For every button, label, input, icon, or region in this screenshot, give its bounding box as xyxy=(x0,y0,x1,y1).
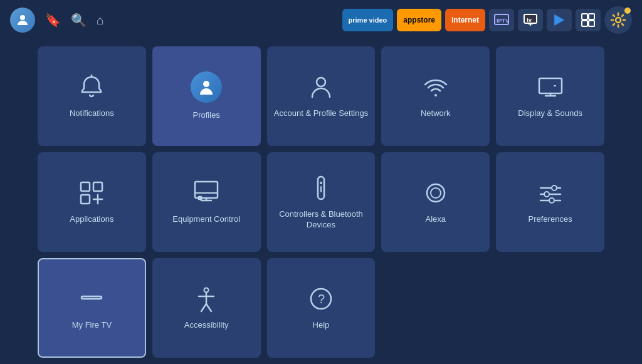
controllers-bluetooth-label: Controllers & Bluetooth Devices xyxy=(273,209,369,231)
svg-point-42 xyxy=(544,192,549,197)
bookmark-icon[interactable]: 🔖 xyxy=(45,13,61,28)
equipment-control-label: Equipment Control xyxy=(172,214,240,225)
home-icon[interactable]: ⌂ xyxy=(97,13,104,28)
remote-icon xyxy=(307,174,335,202)
network-item[interactable]: Network xyxy=(381,46,490,146)
internet-btn[interactable]: internet xyxy=(445,9,485,31)
help-icon: ? xyxy=(307,285,335,313)
svg-rect-24 xyxy=(81,195,90,204)
display-sounds-item[interactable]: Display & Sounds xyxy=(496,46,604,146)
svg-rect-27 xyxy=(195,182,218,198)
svg-text:?: ? xyxy=(318,292,325,306)
svg-rect-12 xyxy=(589,21,594,26)
profile-avatar-icon xyxy=(191,71,222,103)
settings-grid: Notifications Profiles Account & Profile… xyxy=(0,40,642,364)
alexa-icon xyxy=(422,179,450,207)
tv-btn[interactable]: tv xyxy=(518,9,543,31)
svg-rect-11 xyxy=(582,21,587,26)
settings-notification-dot xyxy=(624,8,631,14)
svg-point-34 xyxy=(320,182,322,184)
svg-point-15 xyxy=(203,81,209,87)
apps-icon xyxy=(78,179,105,207)
search-icon[interactable]: 🔍 xyxy=(71,13,87,28)
svg-point-36 xyxy=(427,184,445,202)
my-fire-tv-item[interactable]: My Fire TV xyxy=(38,258,146,358)
settings-btn[interactable] xyxy=(604,6,632,34)
svg-point-16 xyxy=(317,78,325,86)
svg-rect-18 xyxy=(539,78,562,93)
svg-line-48 xyxy=(201,304,206,311)
svg-marker-7 xyxy=(554,14,564,26)
svg-line-49 xyxy=(206,304,211,311)
bell-icon xyxy=(78,73,105,101)
play-app-btn[interactable] xyxy=(547,9,572,31)
applications-label: Applications xyxy=(70,214,113,225)
controllers-bluetooth-item[interactable]: Controllers & Bluetooth Devices xyxy=(267,152,376,252)
svg-rect-44 xyxy=(82,296,102,299)
help-label: Help xyxy=(313,320,330,331)
top-bar-left: 🔖 🔍 ⌂ xyxy=(10,8,104,33)
app-shortcuts: prime video appstore internet IPTV tv xyxy=(342,6,632,34)
person-icon xyxy=(307,73,335,101)
svg-rect-10 xyxy=(589,14,594,19)
display-sounds-label: Display & Sounds xyxy=(518,108,582,119)
svg-point-0 xyxy=(20,15,25,20)
help-item[interactable]: ? Help xyxy=(267,258,376,358)
svg-rect-22 xyxy=(81,182,90,191)
svg-point-41 xyxy=(552,185,557,190)
preferences-item[interactable]: Preferences xyxy=(496,152,604,252)
avatar[interactable] xyxy=(10,8,35,33)
svg-point-37 xyxy=(431,188,441,198)
wifi-icon xyxy=(422,73,450,101)
empty-cell-2 xyxy=(496,258,604,358)
applications-item[interactable]: Applications xyxy=(38,152,146,252)
account-profile-settings-item[interactable]: Account & Profile Settings xyxy=(267,46,376,146)
sliders-icon xyxy=(537,179,564,207)
profiles-label: Profiles xyxy=(193,110,220,121)
accessibility-item[interactable]: Accessibility xyxy=(152,258,261,358)
display-icon xyxy=(537,73,564,101)
prime-video-btn[interactable]: prime video xyxy=(342,9,394,31)
accessibility-icon xyxy=(192,285,220,313)
svg-text:IPTV: IPTV xyxy=(497,18,509,24)
svg-rect-9 xyxy=(582,14,587,19)
firetv-icon xyxy=(78,285,105,313)
profiles-item[interactable]: Profiles xyxy=(152,46,261,146)
svg-rect-23 xyxy=(93,182,102,191)
empty-cell-1 xyxy=(381,258,490,358)
notifications-item[interactable]: Notifications xyxy=(38,46,146,146)
notifications-label: Notifications xyxy=(70,108,114,119)
svg-point-43 xyxy=(549,198,554,203)
svg-text:tv: tv xyxy=(527,17,532,23)
svg-point-45 xyxy=(204,288,209,293)
alexa-label: Alexa xyxy=(426,214,446,225)
appstore-btn[interactable]: appstore xyxy=(397,9,441,31)
account-profile-settings-label: Account & Profile Settings xyxy=(274,108,368,119)
svg-point-13 xyxy=(616,18,621,23)
iptv-btn[interactable]: IPTV xyxy=(489,9,514,31)
top-bar: 🔖 🔍 ⌂ prime video appstore internet IPTV… xyxy=(0,0,642,40)
monitor-icon xyxy=(192,179,220,207)
alexa-item[interactable]: Alexa xyxy=(381,152,490,252)
equipment-control-item[interactable]: Equipment Control xyxy=(152,152,261,252)
svg-point-17 xyxy=(434,94,437,96)
my-fire-tv-label: My Fire TV xyxy=(72,320,112,331)
preferences-label: Preferences xyxy=(529,214,572,225)
accessibility-label: Accessibility xyxy=(184,320,229,331)
grid-app-btn[interactable] xyxy=(576,9,601,31)
network-label: Network xyxy=(421,108,451,119)
